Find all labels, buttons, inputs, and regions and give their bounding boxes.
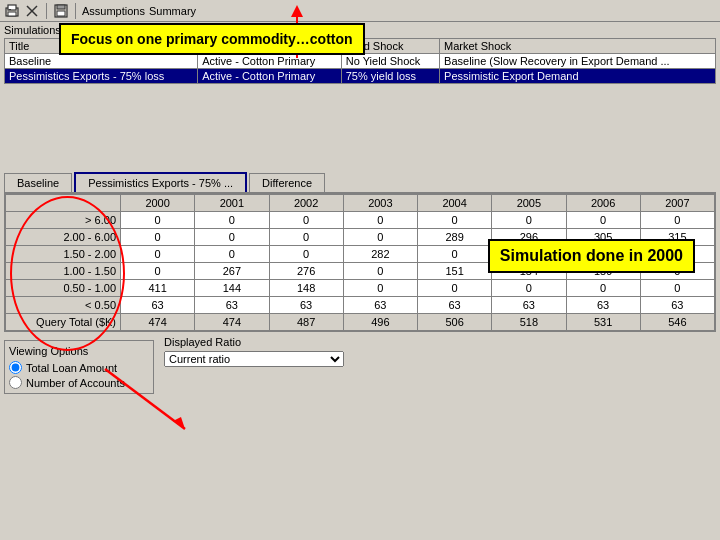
viewing-options-area: Viewing Options Total Loan Amount Number… — [4, 336, 716, 394]
ratio-select[interactable]: Current ratio — [164, 351, 344, 367]
svg-rect-8 — [57, 11, 65, 16]
row-value: 267 — [195, 263, 269, 280]
radio-total-loan-input[interactable] — [9, 361, 22, 374]
query-value: 546 — [640, 314, 714, 331]
radio-number-accounts-input[interactable] — [9, 376, 22, 389]
row-value: 276 — [269, 263, 343, 280]
toolbar: Assumptions Summary — [0, 0, 720, 22]
save-icon[interactable] — [53, 3, 69, 19]
table-row: > 6.0000000000 — [6, 212, 715, 229]
radio-number-accounts-label: Number of Accounts — [26, 377, 125, 389]
col-2007: 2007 — [640, 195, 714, 212]
table-row: < 0.506363636363636363 — [6, 297, 715, 314]
tab-pessimistics[interactable]: Pessimistics Exports - 75% ... — [74, 172, 247, 192]
query-value: 531 — [566, 314, 640, 331]
row-yield-shock: 75% yield loss — [341, 69, 439, 84]
row-label: < 0.50 — [6, 297, 121, 314]
row-value: 0 — [269, 246, 343, 263]
radio-total-loan[interactable]: Total Loan Amount — [9, 361, 149, 374]
row-value: 63 — [269, 297, 343, 314]
tab-difference[interactable]: Difference — [249, 173, 325, 192]
tab-baseline[interactable]: Baseline — [4, 173, 72, 192]
row-value: 0 — [343, 229, 417, 246]
row-value: 0 — [269, 229, 343, 246]
toolbar-summary-label[interactable]: Summary — [149, 5, 196, 17]
col-2004: 2004 — [418, 195, 492, 212]
annotation-text: Focus on one primary commodity…cotton — [71, 31, 353, 47]
row-value: 0 — [195, 229, 269, 246]
query-value: 496 — [343, 314, 417, 331]
row-value: 0 — [343, 263, 417, 280]
row-title: Baseline — [5, 54, 198, 69]
toolbar-assumptions-label[interactable]: Assumptions — [82, 5, 145, 17]
row-label: > 6.00 — [6, 212, 121, 229]
close-icon[interactable] — [24, 3, 40, 19]
row-value: 0 — [343, 280, 417, 297]
col-empty — [6, 195, 121, 212]
row-value: 0 — [640, 212, 714, 229]
svg-rect-3 — [9, 9, 11, 10]
table-row[interactable]: Baseline Active - Cotton Primary No Yiel… — [5, 54, 716, 69]
row-value: 0 — [418, 212, 492, 229]
row-title: Pessimistics Exports - 75% loss — [5, 69, 198, 84]
row-value: 63 — [121, 297, 195, 314]
radio-group: Total Loan Amount Number of Accounts — [9, 361, 149, 389]
viewing-options: Viewing Options Total Loan Amount Number… — [4, 340, 154, 394]
print-icon[interactable] — [4, 3, 20, 19]
table-row[interactable]: Pessimistics Exports - 75% loss Active -… — [5, 69, 716, 84]
query-value: 487 — [269, 314, 343, 331]
row-value: 63 — [566, 297, 640, 314]
row-segment: Active - Cotton Primary — [198, 54, 342, 69]
viewing-options-title: Viewing Options — [9, 345, 149, 357]
row-value: 0 — [121, 263, 195, 280]
radio-total-loan-label: Total Loan Amount — [26, 362, 117, 374]
row-value: 0 — [418, 246, 492, 263]
data-section: 2000 2001 2002 2003 2004 2005 2006 2007 … — [4, 193, 716, 332]
row-value: 151 — [418, 263, 492, 280]
col-2006: 2006 — [566, 195, 640, 212]
displayed-ratio-label: Displayed Ratio — [164, 336, 344, 348]
row-market-shock: Baseline (Slow Recovery in Export Demand… — [440, 54, 716, 69]
query-label: Query Total ($K) — [6, 314, 121, 331]
simulation-done-box: Simulation done in 2000 — [488, 239, 695, 273]
table-row: 0.50 - 1.0041114414800000 — [6, 280, 715, 297]
row-value: 0 — [269, 212, 343, 229]
query-value: 518 — [492, 314, 566, 331]
row-value: 0 — [121, 212, 195, 229]
row-value: 0 — [121, 246, 195, 263]
query-value: 474 — [195, 314, 269, 331]
row-value: 282 — [343, 246, 417, 263]
row-label: 0.50 - 1.00 — [6, 280, 121, 297]
row-market-shock: Pessimistic Export Demand — [440, 69, 716, 84]
row-segment: Active - Cotton Primary — [198, 69, 342, 84]
radio-number-accounts[interactable]: Number of Accounts — [9, 376, 149, 389]
svg-marker-10 — [291, 5, 303, 17]
toolbar-separator2 — [75, 3, 76, 19]
row-value: 63 — [195, 297, 269, 314]
row-label: 1.00 - 1.50 — [6, 263, 121, 280]
row-value: 63 — [343, 297, 417, 314]
col-2001: 2001 — [195, 195, 269, 212]
row-value: 0 — [566, 280, 640, 297]
query-value: 506 — [418, 314, 492, 331]
svg-rect-7 — [57, 5, 65, 9]
annotation-box: Focus on one primary commodity…cotton — [59, 23, 365, 55]
row-value: 0 — [195, 246, 269, 263]
row-label: 1.50 - 2.00 — [6, 246, 121, 263]
row-value: 411 — [121, 280, 195, 297]
row-value: 63 — [640, 297, 714, 314]
row-value: 0 — [492, 280, 566, 297]
svg-marker-12 — [173, 417, 185, 429]
col-2000: 2000 — [121, 195, 195, 212]
row-value: 0 — [640, 280, 714, 297]
tabs-area: Baseline Pessimistics Exports - 75% ... … — [4, 172, 716, 193]
col-market-shock: Market Shock — [440, 39, 716, 54]
svg-rect-2 — [8, 12, 16, 16]
col-2005: 2005 — [492, 195, 566, 212]
simulation-done-text: Simulation done in 2000 — [500, 247, 683, 264]
query-value: 474 — [121, 314, 195, 331]
row-value: 0 — [492, 212, 566, 229]
row-yield-shock: No Yield Shock — [341, 54, 439, 69]
row-value: 148 — [269, 280, 343, 297]
row-value: 0 — [343, 212, 417, 229]
